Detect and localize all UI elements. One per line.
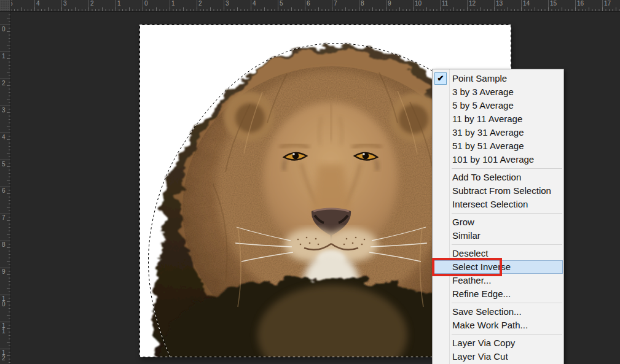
ruler-number-left: 7 xyxy=(2,215,6,220)
ruler-number-left: 3 xyxy=(2,107,6,113)
ruler-number-top: 11 xyxy=(442,1,448,7)
ruler-number-top: 10 xyxy=(415,1,422,7)
menu-item-select-inverse[interactable]: Select Inverse xyxy=(433,260,563,274)
ruler-number-top: 4 xyxy=(253,1,256,7)
menu-item-label: Select Inverse xyxy=(452,261,511,272)
ruler-number-top: 13 xyxy=(496,1,503,7)
ruler-number-left: 6 xyxy=(2,188,6,193)
ruler-number-top: 4 xyxy=(36,1,40,7)
ruler-number-top: 9 xyxy=(388,1,391,7)
menu-item-label: Deselect xyxy=(452,248,488,258)
menu-item-3-by-3-average[interactable]: 3 by 3 Average xyxy=(433,85,563,99)
ruler-number-left: 1 2 xyxy=(2,350,6,361)
menu-item-51-by-51-average[interactable]: 51 by 51 Average xyxy=(433,139,563,153)
ruler-number-top: 7 xyxy=(334,1,337,7)
menu-item-feather[interactable]: Feather... xyxy=(433,274,563,287)
menu-item-label: Subtract From Selection xyxy=(452,185,551,196)
menu-item-11-by-11-average[interactable]: 11 by 11 Average xyxy=(433,112,563,126)
menu-item-label: Layer Via Copy xyxy=(452,338,515,348)
menu-item-label: Intersect Selection xyxy=(452,199,528,209)
ruler-number-left: 5 xyxy=(2,161,6,167)
menu-item-label: 3 by 3 Average xyxy=(452,87,514,97)
ruler-number-top: 3 xyxy=(226,1,229,7)
menu-item-label: Feather... xyxy=(452,275,491,285)
menu-item-label: Add To Selection xyxy=(452,172,521,182)
menu-item-label: Layer Via Cut xyxy=(452,351,508,362)
menu-item-refine-edge[interactable]: Refine Edge... xyxy=(433,287,563,301)
menu-separator xyxy=(452,244,562,245)
ruler-number-top: 1 xyxy=(117,1,121,7)
menu-item-label: Point Sample xyxy=(452,73,507,83)
ruler-number-left: 9 xyxy=(2,269,6,274)
ruler-number-top: 15 xyxy=(550,1,557,7)
ruler-number-left: 8 xyxy=(2,242,6,247)
menu-item-label: Save Selection... xyxy=(452,306,522,317)
vertical-ruler[interactable]: 01234567891 01 11 2 xyxy=(0,12,11,364)
menu-separator xyxy=(452,303,562,303)
ruler-number-left: 1 1 xyxy=(2,323,6,334)
horizontal-ruler[interactable]: 5432101234567891011121314151617 xyxy=(11,0,620,12)
ruler-number-top: 6 xyxy=(307,1,310,7)
menu-item-make-work-path[interactable]: Make Work Path... xyxy=(433,319,563,332)
ruler-number-left: 1 xyxy=(2,53,6,59)
menu-item-label: Refine Edge... xyxy=(452,288,511,299)
ruler-number-top: 5 xyxy=(11,1,13,7)
menu-item-5-by-5-average[interactable]: 5 by 5 Average xyxy=(433,99,563,112)
menu-separator xyxy=(452,213,562,214)
menu-item-layer-via-cut[interactable]: Layer Via Cut xyxy=(433,350,563,363)
menu-item-subtract-from-selection[interactable]: Subtract From Selection xyxy=(433,184,563,198)
ruler-number-top: 5 xyxy=(280,1,283,7)
menu-item-label: Grow xyxy=(452,217,474,227)
menu-item-layer-via-copy[interactable]: Layer Via Copy xyxy=(433,336,563,350)
menu-separator xyxy=(452,334,562,335)
menu-item-label: Make Work Path... xyxy=(452,320,528,330)
ruler-number-top: 16 xyxy=(577,1,584,7)
context-menu: ✔Point Sample3 by 3 Average5 by 5 Averag… xyxy=(432,69,564,364)
menu-item-label: 5 by 5 Average xyxy=(452,100,514,110)
menu-item-label: 11 by 11 Average xyxy=(452,114,522,124)
ruler-number-left: 4 xyxy=(2,134,6,140)
ruler-number-left: 0 xyxy=(2,26,6,32)
ruler-number-left: 2 xyxy=(2,80,6,86)
menu-item-save-selection[interactable]: Save Selection... xyxy=(433,305,563,319)
menu-item-add-to-selection[interactable]: Add To Selection xyxy=(433,171,563,184)
ruler-number-top: 0 xyxy=(144,1,148,7)
ruler-number-top: 1 xyxy=(171,1,175,7)
ruler-number-top: 2 xyxy=(198,1,202,7)
menu-item-similar[interactable]: Similar xyxy=(433,229,563,242)
ruler-number-top: 3 xyxy=(63,1,67,7)
ruler-origin-corner[interactable] xyxy=(0,0,11,12)
menu-item-label: Similar xyxy=(452,230,481,241)
menu-item-101-by-101-average[interactable]: 101 by 101 Average xyxy=(433,153,563,166)
menu-item-intersect-selection[interactable]: Intersect Selection xyxy=(433,198,563,211)
ruler-number-top: 12 xyxy=(469,1,476,7)
menu-item-point-sample[interactable]: ✔Point Sample xyxy=(433,72,563,85)
menu-item-31-by-31-average[interactable]: 31 by 31 Average xyxy=(433,126,563,139)
menu-item-label: 101 by 101 Average xyxy=(452,154,534,165)
menu-item-label: 31 by 31 Average xyxy=(452,127,524,137)
ruler-number-top: 2 xyxy=(90,1,94,7)
menu-item-label: 51 by 51 Average xyxy=(452,141,524,151)
menu-item-grow[interactable]: Grow xyxy=(433,215,563,229)
menu-item-deselect[interactable]: Deselect xyxy=(433,247,563,260)
ruler-number-top: 14 xyxy=(523,1,530,7)
checkmark-icon: ✔ xyxy=(434,72,447,85)
ruler-number-top: 8 xyxy=(361,1,364,7)
menu-separator xyxy=(452,168,562,169)
ruler-number-left: 1 0 xyxy=(2,296,6,307)
photoshop-canvas-view: { "app": { "view": "image-editor-canvas"… xyxy=(0,0,620,364)
ruler-number-top: 17 xyxy=(604,1,611,7)
